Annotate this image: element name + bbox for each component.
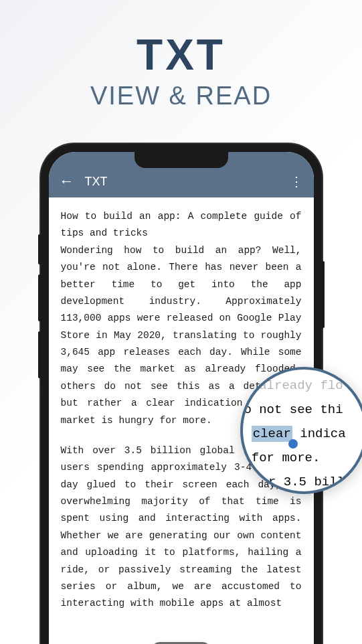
app-bar-title: TXT [85,175,290,189]
phone-side-button [38,274,41,321]
document-paragraph: How to build an app: A complete guide of… [61,208,302,242]
magnifier-line: y for more. [240,446,358,470]
more-menu-icon[interactable]: ⋮ [290,173,303,189]
selected-text[interactable]: clear [252,426,292,442]
magnifier-line: a clear indica [240,422,358,446]
phone-notch [134,152,228,168]
magnifier-lens: as already flo mark do not see thi a cle… [240,367,362,494]
promo-subtitle: VIEW & READ [13,82,349,110]
magnifier-line: do not see thi [240,398,358,422]
phone-side-button [322,261,325,328]
back-arrow-icon[interactable]: ← [60,173,74,190]
selection-handle-icon[interactable] [288,439,298,449]
promo-header: TXT VIEW & READ [0,0,362,131]
promo-title: TXT [13,33,349,76]
phone-side-button [38,331,41,378]
phone-side-button [38,234,41,264]
